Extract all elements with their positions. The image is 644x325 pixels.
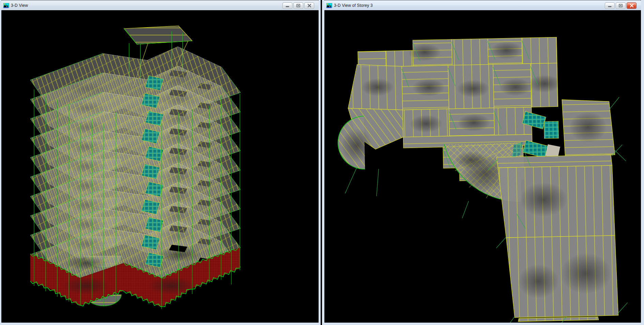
building-3d-view-icon [326,3,332,8]
titlebar-3d-view[interactable]: 3-D View [1,0,319,11]
structural-model-3d-canvas [1,10,319,323]
restore-button[interactable] [293,2,303,9]
bottom-right-slab [497,155,618,322]
minimize-button[interactable] [282,2,292,9]
viewport-3d-view-storey3[interactable] [324,10,641,323]
viewport-3d-view[interactable] [1,10,319,323]
close-button[interactable] [304,2,314,9]
window-3d-view-storey3: 3-D View of Storey 3 [322,0,644,325]
minimize-button[interactable] [605,2,615,9]
storey-slab-model [336,36,629,323]
close-button[interactable] [627,2,637,9]
window-title: 3-D View [11,3,28,8]
window-controls [605,2,641,9]
building-3d-view-icon [3,3,9,8]
restore-button[interactable] [616,2,626,9]
window-controls [282,2,319,9]
window-title: 3-D View of Storey 3 [334,3,373,8]
window-3d-view: 3-D View [0,0,321,325]
titlebar-3d-view-storey3[interactable]: 3-D View of Storey 3 [324,0,641,11]
mdi-workspace: 3-D View [0,0,644,325]
building-3d-model [30,26,241,309]
storey-plan-3d-canvas [324,10,641,323]
right-middle-slab [562,99,615,156]
